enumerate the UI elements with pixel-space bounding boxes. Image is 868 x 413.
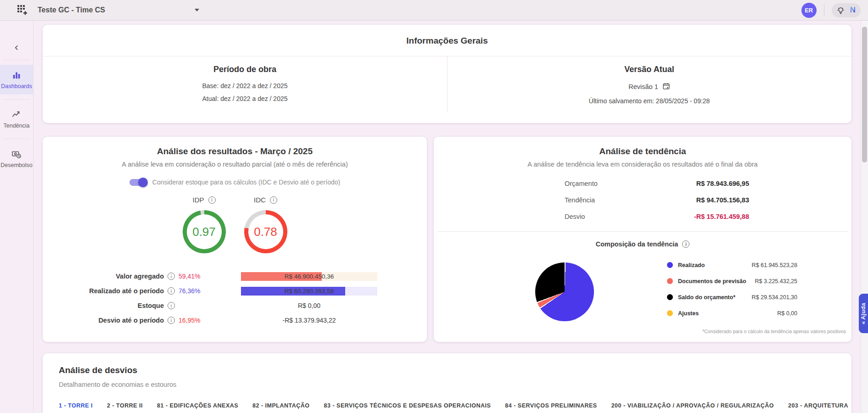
theme-switcher: N [832,3,861,17]
idp-gauge: 0.97 [183,210,226,253]
results-subtitle: A análise leva em consideração o resulta… [43,161,427,168]
stat-label: Orçamento [565,180,598,187]
composition-title: Composição da tendência [596,240,678,248]
project-name: Teste GC - Time CS [38,6,105,14]
metric-percent: 59,41% [179,273,218,280]
info-icon[interactable] [168,317,175,324]
trend-subtitle: A análise de tendência leva em considera… [434,161,851,168]
calendar-edit-icon[interactable] [662,82,670,91]
metric-value: R$ 46.900.450,36 [241,272,377,281]
trend-title: Análise de tendência [434,137,851,156]
metric-row-valor-agregado: Valor agregado 59,41% R$ 46.900.450,36 [43,269,427,284]
legend-row-documentos: Documentos de previsão R$ 3.225.432,25 [667,273,797,289]
tab-implantacao[interactable]: 82 - IMPLANTAÇÃO [252,402,309,413]
sidebar: Dashboards Tendência Desembolso [0,20,34,413]
metric-row-desvio: Desvio até o período 16,95% -R$ 13.379.9… [43,313,427,328]
chevron-double-icon: « [860,321,867,324]
work-period-section: Período de obra Base: dez / 2022 a dez /… [43,56,447,105]
stat-row-desvio: Desvio -R$ 15.761.459,88 [565,208,749,225]
legend-dot [667,278,673,284]
stock-toggle-knob [138,178,148,187]
tab-edificacoes-anexas[interactable]: 81 - EDIFICAÇÕES ANEXAS [157,402,238,413]
deviations-tabs: 1 - TORRE I 2 - TORRE II 81 - EDIFICAÇÕE… [59,402,851,413]
sidebar-divider [3,60,30,60]
pie-footnote: *Considerado para o cálculo da tendência… [702,329,846,334]
info-icon[interactable] [168,302,175,309]
stat-value: -R$ 15.761.459,88 [694,213,749,220]
sidebar-item-desembolso[interactable]: Desembolso [0,144,33,173]
legend-dot [667,262,673,268]
tab-torre-ii[interactable]: 2 - TORRE II [107,402,143,413]
stat-value: R$ 78.943.696,95 [696,180,749,187]
tab-servicos-preliminares[interactable]: 84 - SERVIÇOS PRELIMINARES [505,402,597,413]
topbar-divider [824,4,824,17]
bar-chart-icon [11,70,22,80]
brand-n-icon[interactable]: N [850,6,856,15]
idp-value: 0.97 [187,214,222,249]
help-tab[interactable]: « Ajuda [859,294,868,333]
tab-arquitetura[interactable]: 203 - ARQUITETURA [788,402,848,413]
trend-analysis-card: Análise de tendência A análise de tendên… [434,137,851,342]
metric-label: Valor agregado [116,273,164,280]
metric-row-estoque: Estoque R$ 0,00 [43,298,427,313]
app-root: Teste GC - Time CS ER N [0,0,868,413]
idc-gauge: 0.78 [244,210,287,253]
info-icon[interactable] [208,196,216,204]
stat-label: Tendência [565,196,595,204]
legend-row-realizado: Realizado R$ 61.945.523,28 [667,257,797,273]
info-icon[interactable] [682,240,689,248]
money-clock-icon [11,149,22,159]
user-avatar[interactable]: ER [801,3,817,18]
help-label: Ajuda [860,302,867,319]
sidebar-item-dashboards[interactable]: Dashboards [0,65,33,95]
info-icon[interactable] [168,287,175,295]
tab-torre-i[interactable]: 1 - TORRE I [59,402,93,413]
stat-row-orcamento: Orçamento R$ 78.943.696,95 [565,175,749,192]
trend-icon [11,110,22,120]
current-version-section: Versão Atual Revisão 1 Último salvamento… [447,56,851,105]
legend-row-ajustes: Ajustes R$ 0,00 [667,305,797,321]
period-atual: Atual: dez / 2022 a dez / 2025 [43,95,447,102]
idc-gauge-block: IDC 0.78 [244,196,287,253]
stock-toggle[interactable] [129,179,146,186]
legend-value: R$ 0,00 [777,310,797,317]
lightbulb-theme-icon[interactable] [837,6,845,14]
legend-value: R$ 3.225.432,25 [755,278,797,285]
revision-label: Revisão 1 [628,83,658,90]
general-info-card: Informações Gerais Período de obra Base:… [43,25,851,123]
current-version-title: Versão Atual [447,65,851,74]
valor-agregado-bar: R$ 46.900.450,36 [241,272,377,281]
project-selector[interactable]: Teste GC - Time CS [38,6,199,14]
sidebar-item-tendencia[interactable]: Tendência [0,104,33,134]
deviations-title: Análise de desvios [59,365,851,375]
idc-value: 0.78 [248,214,283,249]
chevron-down-icon [195,9,199,11]
tab-servicos-tecnicos[interactable]: 83 - SERVIÇOS TÉCNICOS E DESPESAS OPERAC… [324,402,491,413]
metric-value: R$ 60.280.393,58 [241,287,377,296]
sidebar-divider [3,139,30,139]
legend-value: R$ 61.945.523,28 [752,262,797,268]
legend-value: R$ 29.534.201,30 [752,294,797,301]
legend-row-saldo: Saldo do orçamento* R$ 29.534.201,30 [667,289,797,305]
info-icon[interactable] [270,196,277,204]
general-info-title: Informações Gerais [43,25,851,46]
company-grid-icon [16,4,28,16]
legend-label: Saldo do orçamento* [678,294,735,301]
stat-row-tendencia: Tendência R$ 94.705.156,83 [565,192,749,208]
pie-legend: Realizado R$ 61.945.523,28 Documentos de… [667,257,797,321]
period-base: Base: dez / 2022 a dez / 2025 [43,82,447,89]
sidebar-divider [3,99,30,100]
metric-label: Realizado até o período [89,287,164,295]
idc-label: IDC [254,196,266,204]
trend-divider [437,231,848,232]
tendency-pie-chart [535,262,594,321]
metric-label: Desvio até o período [98,317,164,324]
info-icon[interactable] [168,273,175,280]
info-columns-divider [447,56,448,112]
sidebar-collapse-button[interactable] [0,38,33,58]
scrollbar-thumb[interactable] [862,27,867,162]
stat-value: R$ 94.705.156,83 [696,196,749,204]
realizado-bar: R$ 60.280.393,58 [241,287,377,296]
sidebar-item-label: Dashboards [1,83,32,89]
tab-viabilizacao[interactable]: 200 - VIABILIZAÇÃO / APROVAÇÃO / REGULAR… [611,402,774,413]
